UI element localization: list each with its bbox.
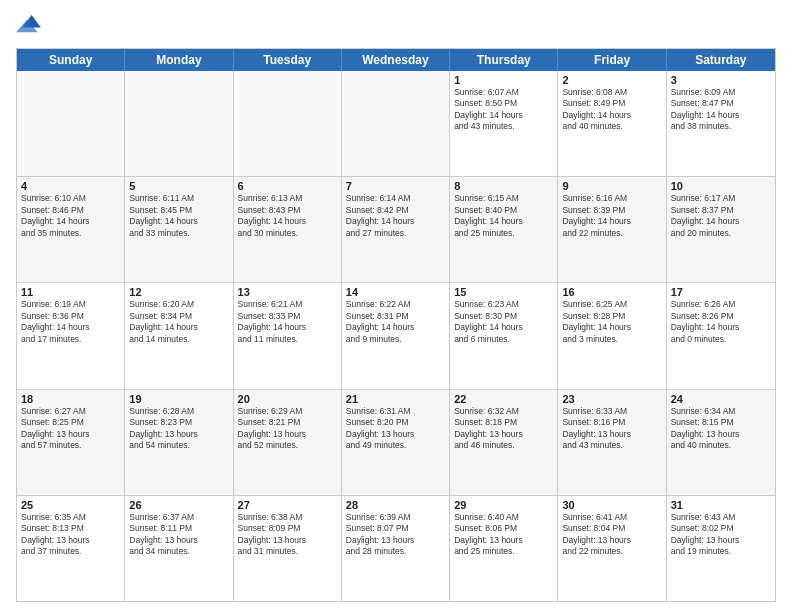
day-number: 29 xyxy=(454,499,553,511)
header-cell-monday: Monday xyxy=(125,49,233,71)
page: SundayMondayTuesdayWednesdayThursdayFrid… xyxy=(0,0,792,612)
cal-cell-15: 15Sunrise: 6:23 AM Sunset: 8:30 PM Dayli… xyxy=(450,283,558,388)
day-number: 14 xyxy=(346,286,445,298)
cal-cell-9: 9Sunrise: 6:16 AM Sunset: 8:39 PM Daylig… xyxy=(558,177,666,282)
cal-cell-10: 10Sunrise: 6:17 AM Sunset: 8:37 PM Dayli… xyxy=(667,177,775,282)
cell-info: Sunrise: 6:27 AM Sunset: 8:25 PM Dayligh… xyxy=(21,406,120,452)
cell-info: Sunrise: 6:09 AM Sunset: 8:47 PM Dayligh… xyxy=(671,87,771,133)
cal-cell-20: 20Sunrise: 6:29 AM Sunset: 8:21 PM Dayli… xyxy=(234,390,342,495)
day-number: 16 xyxy=(562,286,661,298)
cal-cell-26: 26Sunrise: 6:37 AM Sunset: 8:11 PM Dayli… xyxy=(125,496,233,601)
day-number: 1 xyxy=(454,74,553,86)
cell-info: Sunrise: 6:08 AM Sunset: 8:49 PM Dayligh… xyxy=(562,87,661,133)
cal-cell-19: 19Sunrise: 6:28 AM Sunset: 8:23 PM Dayli… xyxy=(125,390,233,495)
day-number: 5 xyxy=(129,180,228,192)
day-number: 13 xyxy=(238,286,337,298)
cell-info: Sunrise: 6:43 AM Sunset: 8:02 PM Dayligh… xyxy=(671,512,771,558)
cal-cell-6: 6Sunrise: 6:13 AM Sunset: 8:43 PM Daylig… xyxy=(234,177,342,282)
header-cell-friday: Friday xyxy=(558,49,666,71)
cell-info: Sunrise: 6:38 AM Sunset: 8:09 PM Dayligh… xyxy=(238,512,337,558)
cal-cell-2: 2Sunrise: 6:08 AM Sunset: 8:49 PM Daylig… xyxy=(558,71,666,176)
cal-cell-16: 16Sunrise: 6:25 AM Sunset: 8:28 PM Dayli… xyxy=(558,283,666,388)
cell-info: Sunrise: 6:10 AM Sunset: 8:46 PM Dayligh… xyxy=(21,193,120,239)
cal-cell-18: 18Sunrise: 6:27 AM Sunset: 8:25 PM Dayli… xyxy=(17,390,125,495)
week-row-3: 18Sunrise: 6:27 AM Sunset: 8:25 PM Dayli… xyxy=(17,390,775,496)
cell-info: Sunrise: 6:35 AM Sunset: 8:13 PM Dayligh… xyxy=(21,512,120,558)
day-number: 15 xyxy=(454,286,553,298)
day-number: 25 xyxy=(21,499,120,511)
day-number: 6 xyxy=(238,180,337,192)
week-row-2: 11Sunrise: 6:19 AM Sunset: 8:36 PM Dayli… xyxy=(17,283,775,389)
day-number: 11 xyxy=(21,286,120,298)
cal-cell-24: 24Sunrise: 6:34 AM Sunset: 8:15 PM Dayli… xyxy=(667,390,775,495)
cal-cell-27: 27Sunrise: 6:38 AM Sunset: 8:09 PM Dayli… xyxy=(234,496,342,601)
day-number: 28 xyxy=(346,499,445,511)
cal-cell-21: 21Sunrise: 6:31 AM Sunset: 8:20 PM Dayli… xyxy=(342,390,450,495)
calendar-body: 1Sunrise: 6:07 AM Sunset: 8:50 PM Daylig… xyxy=(17,71,775,601)
day-number: 8 xyxy=(454,180,553,192)
day-number: 4 xyxy=(21,180,120,192)
cell-info: Sunrise: 6:13 AM Sunset: 8:43 PM Dayligh… xyxy=(238,193,337,239)
cal-cell-3: 3Sunrise: 6:09 AM Sunset: 8:47 PM Daylig… xyxy=(667,71,775,176)
cell-info: Sunrise: 6:17 AM Sunset: 8:37 PM Dayligh… xyxy=(671,193,771,239)
day-number: 31 xyxy=(671,499,771,511)
cell-info: Sunrise: 6:37 AM Sunset: 8:11 PM Dayligh… xyxy=(129,512,228,558)
day-number: 3 xyxy=(671,74,771,86)
header-cell-thursday: Thursday xyxy=(450,49,558,71)
cell-info: Sunrise: 6:28 AM Sunset: 8:23 PM Dayligh… xyxy=(129,406,228,452)
header-cell-saturday: Saturday xyxy=(667,49,775,71)
cal-cell-23: 23Sunrise: 6:33 AM Sunset: 8:16 PM Dayli… xyxy=(558,390,666,495)
cal-cell-5: 5Sunrise: 6:11 AM Sunset: 8:45 PM Daylig… xyxy=(125,177,233,282)
day-number: 7 xyxy=(346,180,445,192)
day-number: 27 xyxy=(238,499,337,511)
cell-info: Sunrise: 6:20 AM Sunset: 8:34 PM Dayligh… xyxy=(129,299,228,345)
cal-cell-8: 8Sunrise: 6:15 AM Sunset: 8:40 PM Daylig… xyxy=(450,177,558,282)
cal-cell-22: 22Sunrise: 6:32 AM Sunset: 8:18 PM Dayli… xyxy=(450,390,558,495)
day-number: 26 xyxy=(129,499,228,511)
cal-cell-empty-2 xyxy=(234,71,342,176)
cal-cell-4: 4Sunrise: 6:10 AM Sunset: 8:46 PM Daylig… xyxy=(17,177,125,282)
cell-info: Sunrise: 6:15 AM Sunset: 8:40 PM Dayligh… xyxy=(454,193,553,239)
cal-cell-31: 31Sunrise: 6:43 AM Sunset: 8:02 PM Dayli… xyxy=(667,496,775,601)
cal-cell-13: 13Sunrise: 6:21 AM Sunset: 8:33 PM Dayli… xyxy=(234,283,342,388)
header-cell-tuesday: Tuesday xyxy=(234,49,342,71)
cell-info: Sunrise: 6:33 AM Sunset: 8:16 PM Dayligh… xyxy=(562,406,661,452)
cell-info: Sunrise: 6:41 AM Sunset: 8:04 PM Dayligh… xyxy=(562,512,661,558)
cell-info: Sunrise: 6:21 AM Sunset: 8:33 PM Dayligh… xyxy=(238,299,337,345)
day-number: 24 xyxy=(671,393,771,405)
header-cell-wednesday: Wednesday xyxy=(342,49,450,71)
cell-info: Sunrise: 6:14 AM Sunset: 8:42 PM Dayligh… xyxy=(346,193,445,239)
week-row-1: 4Sunrise: 6:10 AM Sunset: 8:46 PM Daylig… xyxy=(17,177,775,283)
cell-info: Sunrise: 6:25 AM Sunset: 8:28 PM Dayligh… xyxy=(562,299,661,345)
cal-cell-empty-0 xyxy=(17,71,125,176)
header xyxy=(16,12,776,40)
cell-info: Sunrise: 6:31 AM Sunset: 8:20 PM Dayligh… xyxy=(346,406,445,452)
day-number: 12 xyxy=(129,286,228,298)
week-row-4: 25Sunrise: 6:35 AM Sunset: 8:13 PM Dayli… xyxy=(17,496,775,601)
day-number: 30 xyxy=(562,499,661,511)
day-number: 22 xyxy=(454,393,553,405)
day-number: 9 xyxy=(562,180,661,192)
cell-info: Sunrise: 6:23 AM Sunset: 8:30 PM Dayligh… xyxy=(454,299,553,345)
cal-cell-29: 29Sunrise: 6:40 AM Sunset: 8:06 PM Dayli… xyxy=(450,496,558,601)
calendar: SundayMondayTuesdayWednesdayThursdayFrid… xyxy=(16,48,776,602)
cell-info: Sunrise: 6:07 AM Sunset: 8:50 PM Dayligh… xyxy=(454,87,553,133)
cell-info: Sunrise: 6:22 AM Sunset: 8:31 PM Dayligh… xyxy=(346,299,445,345)
cal-cell-25: 25Sunrise: 6:35 AM Sunset: 8:13 PM Dayli… xyxy=(17,496,125,601)
cal-cell-14: 14Sunrise: 6:22 AM Sunset: 8:31 PM Dayli… xyxy=(342,283,450,388)
day-number: 2 xyxy=(562,74,661,86)
cal-cell-28: 28Sunrise: 6:39 AM Sunset: 8:07 PM Dayli… xyxy=(342,496,450,601)
week-row-0: 1Sunrise: 6:07 AM Sunset: 8:50 PM Daylig… xyxy=(17,71,775,177)
cal-cell-17: 17Sunrise: 6:26 AM Sunset: 8:26 PM Dayli… xyxy=(667,283,775,388)
cell-info: Sunrise: 6:29 AM Sunset: 8:21 PM Dayligh… xyxy=(238,406,337,452)
cell-info: Sunrise: 6:19 AM Sunset: 8:36 PM Dayligh… xyxy=(21,299,120,345)
day-number: 20 xyxy=(238,393,337,405)
cell-info: Sunrise: 6:32 AM Sunset: 8:18 PM Dayligh… xyxy=(454,406,553,452)
logo-icon xyxy=(16,12,44,40)
day-number: 10 xyxy=(671,180,771,192)
cell-info: Sunrise: 6:39 AM Sunset: 8:07 PM Dayligh… xyxy=(346,512,445,558)
calendar-header-row: SundayMondayTuesdayWednesdayThursdayFrid… xyxy=(17,49,775,71)
cell-info: Sunrise: 6:34 AM Sunset: 8:15 PM Dayligh… xyxy=(671,406,771,452)
cal-cell-30: 30Sunrise: 6:41 AM Sunset: 8:04 PM Dayli… xyxy=(558,496,666,601)
day-number: 17 xyxy=(671,286,771,298)
